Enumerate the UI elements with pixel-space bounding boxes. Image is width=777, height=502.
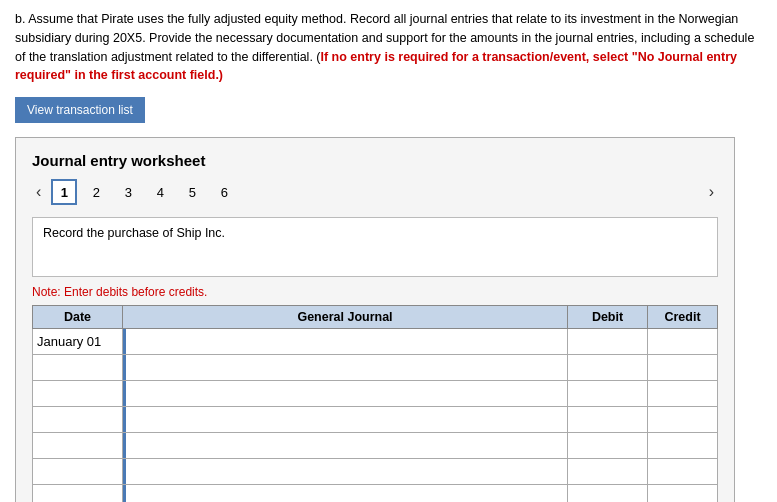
- table-row: [33, 407, 718, 433]
- col-header-credit: Credit: [648, 306, 718, 329]
- journal-cell-1[interactable]: [123, 329, 568, 355]
- journal-input-1[interactable]: [127, 335, 563, 349]
- page-4-button[interactable]: 4: [147, 179, 173, 205]
- debit-input-4[interactable]: [572, 413, 643, 427]
- credit-cell-5[interactable]: [648, 433, 718, 459]
- prev-page-button[interactable]: ‹: [32, 181, 45, 203]
- date-value-1: January 01: [37, 334, 101, 349]
- col-header-date: Date: [33, 306, 123, 329]
- journal-entry-worksheet: Journal entry worksheet ‹ 1 2 3 4 5 6 › …: [15, 137, 735, 502]
- credit-cell-3[interactable]: [648, 381, 718, 407]
- intro-paragraph: b. Assume that Pirate uses the fully adj…: [15, 10, 762, 85]
- credit-input-5[interactable]: [652, 439, 713, 453]
- debit-cell-4[interactable]: [568, 407, 648, 433]
- table-row: [33, 459, 718, 485]
- date-cell-1: January 01: [33, 329, 123, 355]
- date-cell-6: [33, 459, 123, 485]
- intro-red-text: If no entry is required for a transactio…: [15, 50, 737, 83]
- credit-input-6[interactable]: [652, 465, 713, 479]
- note-text: Note: Enter debits before credits.: [32, 285, 718, 299]
- debit-cell-2[interactable]: [568, 355, 648, 381]
- page-6-button[interactable]: 6: [211, 179, 237, 205]
- journal-input-3[interactable]: [127, 387, 563, 401]
- journal-input-6[interactable]: [127, 465, 563, 479]
- worksheet-title: Journal entry worksheet: [32, 152, 718, 169]
- journal-input-5[interactable]: [127, 439, 563, 453]
- credit-input-4[interactable]: [652, 413, 713, 427]
- debit-cell-1[interactable]: [568, 329, 648, 355]
- credit-input-3[interactable]: [652, 387, 713, 401]
- date-cell-2: [33, 355, 123, 381]
- table-row: [33, 355, 718, 381]
- credit-input-1[interactable]: [652, 335, 713, 349]
- journal-table: Date General Journal Debit Credit Januar…: [32, 305, 718, 502]
- date-cell-3: [33, 381, 123, 407]
- table-row: [33, 485, 718, 503]
- debit-input-3[interactable]: [572, 387, 643, 401]
- journal-cell-4[interactable]: [123, 407, 568, 433]
- journal-cell-6[interactable]: [123, 459, 568, 485]
- credit-cell-7[interactable]: [648, 485, 718, 503]
- credit-input-2[interactable]: [652, 361, 713, 375]
- credit-cell-1[interactable]: [648, 329, 718, 355]
- debit-cell-5[interactable]: [568, 433, 648, 459]
- journal-cell-7[interactable]: [123, 485, 568, 503]
- debit-input-7[interactable]: [572, 491, 643, 502]
- debit-cell-6[interactable]: [568, 459, 648, 485]
- journal-cell-2[interactable]: [123, 355, 568, 381]
- credit-cell-2[interactable]: [648, 355, 718, 381]
- page-5-button[interactable]: 5: [179, 179, 205, 205]
- description-box: Record the purchase of Ship Inc.: [32, 217, 718, 277]
- credit-input-7[interactable]: [652, 491, 713, 502]
- date-cell-5: [33, 433, 123, 459]
- journal-cell-5[interactable]: [123, 433, 568, 459]
- journal-cell-3[interactable]: [123, 381, 568, 407]
- page-3-button[interactable]: 3: [115, 179, 141, 205]
- description-text: Record the purchase of Ship Inc.: [43, 226, 225, 240]
- debit-input-6[interactable]: [572, 465, 643, 479]
- date-cell-4: [33, 407, 123, 433]
- date-cell-7: [33, 485, 123, 503]
- view-transaction-button[interactable]: View transaction list: [15, 97, 145, 123]
- col-header-debit: Debit: [568, 306, 648, 329]
- debit-input-1[interactable]: [572, 335, 643, 349]
- pagination: ‹ 1 2 3 4 5 6 ›: [32, 179, 718, 205]
- col-header-journal: General Journal: [123, 306, 568, 329]
- debit-input-2[interactable]: [572, 361, 643, 375]
- table-row: [33, 381, 718, 407]
- credit-cell-4[interactable]: [648, 407, 718, 433]
- debit-cell-3[interactable]: [568, 381, 648, 407]
- journal-input-2[interactable]: [127, 361, 563, 375]
- debit-cell-7[interactable]: [568, 485, 648, 503]
- table-row: January 01: [33, 329, 718, 355]
- credit-cell-6[interactable]: [648, 459, 718, 485]
- journal-input-4[interactable]: [127, 413, 563, 427]
- page-2-button[interactable]: 2: [83, 179, 109, 205]
- table-row: [33, 433, 718, 459]
- page-1-button[interactable]: 1: [51, 179, 77, 205]
- debit-input-5[interactable]: [572, 439, 643, 453]
- journal-input-7[interactable]: [127, 491, 563, 502]
- next-page-button[interactable]: ›: [705, 181, 718, 203]
